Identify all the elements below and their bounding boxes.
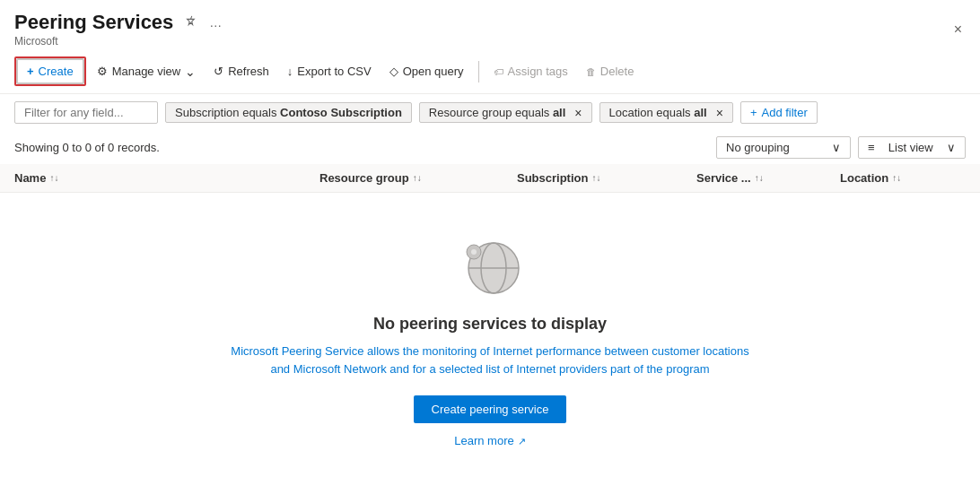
svg-point-5	[471, 249, 477, 255]
col-name[interactable]: Name ↑↓	[14, 171, 319, 185]
sort-icon-location: ↑↓	[892, 173, 901, 183]
assign-tags-button[interactable]: Assign tags	[486, 60, 575, 82]
table-header: Name ↑↓ Resource group ↑↓ Subscription ↑…	[0, 164, 980, 193]
more-options-icon[interactable]: …	[206, 13, 225, 31]
view-dropdown[interactable]: ≡ List view ∨	[858, 136, 966, 159]
results-right: No grouping ∨ ≡ List view ∨	[716, 136, 966, 159]
grouping-dropdown[interactable]: No grouping ∨	[716, 136, 851, 159]
chevron-down-icon	[185, 65, 196, 79]
location-chip-close[interactable]: ×	[713, 107, 723, 119]
col-resource-group[interactable]: Resource group ↑↓	[319, 171, 517, 185]
query-icon	[389, 65, 398, 78]
resource-group-filter-chip: Resource group equals all ×	[419, 102, 592, 123]
external-link-icon	[518, 434, 526, 447]
create-button-box: Create	[14, 56, 86, 86]
refresh-icon	[214, 65, 223, 78]
resource-group-chip-close[interactable]: ×	[571, 107, 582, 119]
globe-icon	[454, 229, 526, 300]
sort-icon-name: ↑↓	[49, 173, 58, 183]
grouping-chevron-icon: ∨	[832, 141, 841, 154]
subscription-filter-chip: Subscription equals Contoso Subscription	[165, 102, 412, 123]
filter-bar: Subscription equals Contoso Subscription…	[0, 94, 980, 131]
title-section: Peering Services … Microsoft	[14, 11, 225, 48]
col-subscription[interactable]: Subscription ↑↓	[517, 171, 696, 185]
empty-description: Microsoft Peering Service allows the mon…	[230, 343, 750, 377]
delete-icon	[586, 65, 596, 78]
refresh-button[interactable]: Refresh	[206, 60, 276, 82]
close-button[interactable]: ×	[950, 18, 966, 41]
list-view-icon: ≡	[868, 141, 875, 154]
settings-icon	[97, 65, 108, 78]
view-chevron-icon: ∨	[947, 141, 956, 154]
search-input[interactable]	[14, 101, 158, 124]
globe-icon-container	[454, 229, 526, 300]
empty-state: No peering services to display Microsoft…	[0, 193, 980, 465]
toolbar-divider	[478, 61, 479, 82]
subtitle: Microsoft	[14, 35, 225, 48]
col-location[interactable]: Location ↑↓	[840, 171, 966, 185]
sort-icon-subscription: ↑↓	[591, 173, 600, 183]
toolbar: Create Manage view Refresh Export to CSV…	[0, 49, 980, 94]
open-query-button[interactable]: Open query	[382, 60, 471, 82]
create-peering-service-button[interactable]: Create peering service	[414, 395, 567, 423]
learn-more-button[interactable]: Learn more	[454, 434, 525, 447]
sort-icon-service: ↑↓	[755, 173, 764, 183]
delete-button[interactable]: Delete	[579, 60, 642, 82]
add-filter-button[interactable]: Add filter	[740, 101, 818, 124]
pin-icon[interactable]	[180, 13, 200, 32]
create-button[interactable]: Create	[16, 58, 84, 84]
title-bar: Peering Services … Microsoft ×	[0, 0, 980, 49]
export-button[interactable]: Export to CSV	[280, 60, 379, 82]
export-icon	[287, 65, 293, 78]
tag-icon	[494, 65, 503, 78]
sort-icon-resource-group: ↑↓	[413, 173, 422, 183]
manage-view-button[interactable]: Manage view	[90, 60, 204, 83]
empty-title: No peering services to display	[373, 315, 607, 334]
plus-icon	[27, 65, 34, 78]
title-icons: …	[180, 13, 225, 32]
results-bar: Showing 0 to 0 of 0 records. No grouping…	[0, 131, 980, 164]
col-service[interactable]: Service ... ↑↓	[696, 171, 840, 185]
location-filter-chip: Location equals all ×	[599, 102, 733, 123]
page-title: Peering Services	[14, 11, 173, 34]
results-text: Showing 0 to 0 of 0 records.	[14, 141, 160, 154]
add-filter-icon	[750, 106, 757, 119]
title-main: Peering Services …	[14, 11, 225, 34]
